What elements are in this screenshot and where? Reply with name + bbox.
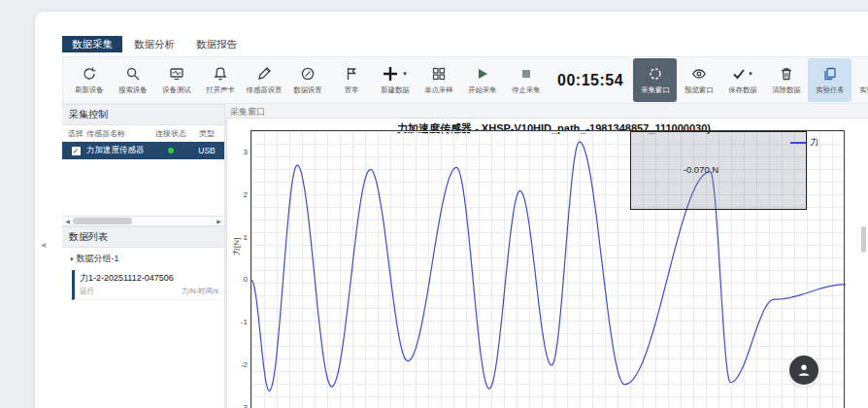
toolbar-item-label: 刷新设备: [75, 85, 103, 94]
legend-label: 力: [810, 136, 818, 149]
experiment-template-button[interactable]: 实验模板: [851, 58, 868, 102]
y-axis-ticks: 3210-1-2-3: [230, 131, 248, 408]
user-icon: [795, 361, 813, 379]
scroll-left-icon[interactable]: ◀: [62, 218, 73, 224]
refresh-device-button[interactable]: 刷新设备: [67, 58, 111, 102]
zero-button[interactable]: 置零: [329, 58, 373, 102]
sidebar: 采集控制 选择 传感器名称 连接状态 类型 ✓ 力加速度传感器 USB ◀ ▶ …: [62, 104, 225, 408]
tab-data-collect[interactable]: 数据采集: [62, 36, 122, 52]
tab-data-report[interactable]: 数据报告: [186, 36, 247, 52]
y-tick-label: -2: [241, 360, 248, 369]
point-sample-button[interactable]: 单点采样: [417, 58, 460, 102]
stop-collect-button[interactable]: 停止采集: [504, 58, 548, 102]
data-item-title: 力1-2-20251112-047506: [80, 272, 218, 285]
sensor-checkbox[interactable]: ✓: [72, 147, 81, 155]
collect-window-button[interactable]: 采集窗口: [633, 58, 677, 102]
main-area: 采集窗口 力加速度传感器 - XHSP-V10HID_path_-1981348…: [225, 104, 868, 408]
content-area: 采集控制 选择 传感器名称 连接状态 类型 ✓ 力加速度传感器 USB ◀ ▶ …: [62, 104, 868, 408]
save-data-button[interactable]: ▼ 保存数据: [720, 58, 764, 102]
tree-group-label: 数据分组-1: [77, 254, 119, 263]
stop-icon: [518, 65, 534, 83]
data-list-header: 数据列表: [62, 226, 224, 248]
collect-timer: 00:15:54: [557, 72, 623, 89]
play-icon: [475, 65, 490, 83]
monitor-icon: [169, 65, 184, 83]
toolbar-item-label: 置零: [344, 85, 358, 94]
toolbar-item-label: 清除数据: [772, 85, 800, 94]
chevron-down-icon: ▼: [748, 71, 753, 77]
new-data-button[interactable]: ▼ 新建数据: [373, 58, 417, 102]
search-icon: [125, 65, 141, 83]
plot-area[interactable]: 3210-1-2-3 力[N] -0.070 N 力: [250, 130, 845, 408]
status-dot: [168, 148, 174, 153]
toolbar-item-label: 打开声卡: [206, 85, 234, 94]
toolbar-item-label: 预览窗口: [684, 85, 713, 94]
sidebar-collapse-arrow-icon[interactable]: ◂: [41, 239, 46, 250]
measurement-annotation: -0.070 N: [684, 164, 718, 175]
preview-window-button[interactable]: 预览窗口: [677, 58, 720, 102]
toolbar: 刷新设备 搜索设备 设备测试 打开声卡 传感器设置: [62, 56, 868, 104]
start-collect-button[interactable]: 开始采集: [460, 58, 504, 102]
chevron-down-icon: ▼: [402, 71, 408, 77]
grid-icon: [431, 65, 447, 83]
vertical-scrollbar-thumb[interactable]: [861, 226, 866, 253]
chart-legend: 力: [790, 136, 818, 149]
toolbar-item-label: 开始采集: [468, 85, 496, 94]
y-tick-label: 2: [244, 190, 248, 199]
tab-data-analysis[interactable]: 数据分析: [124, 36, 184, 52]
refresh-icon: [82, 65, 97, 83]
y-tick-label: -1: [241, 318, 248, 326]
experiment-task-button[interactable]: 实验任务: [808, 58, 851, 102]
edit-circle-icon: [300, 65, 316, 83]
data-tree: ▾数据分组-1 力1-2-20251112-047506 运行 力/N-时间/s: [62, 248, 224, 408]
sensor-settings-button[interactable]: 传感器设置: [242, 58, 285, 102]
scroll-track: [73, 218, 214, 224]
toolbar-item-label: 采集窗口: [641, 85, 669, 94]
plus-icon: ▼: [382, 65, 408, 83]
y-tick-label: 3: [244, 148, 248, 156]
flag-icon: [344, 65, 359, 83]
bell-icon: [213, 65, 228, 83]
toolbar-item-label: 单点采样: [424, 85, 452, 94]
sensor-type: USB: [193, 146, 220, 155]
data-item-meta: 力/N-时间/s: [182, 287, 218, 296]
toolbar-item-label: 停止采集: [512, 85, 540, 94]
spinner-circle-icon: [648, 65, 663, 83]
sensor-list-empty: [62, 159, 224, 216]
caret-down-icon: ▾: [70, 255, 74, 262]
open-sound-button[interactable]: 打开声卡: [198, 58, 242, 102]
trash-icon: [779, 65, 794, 83]
data-settings-button[interactable]: 数据设置: [285, 58, 329, 102]
toolbar-item-label: 保存数据: [728, 85, 756, 94]
legend-line-swatch: [790, 142, 806, 144]
main-tabs: 数据采集 数据分析 数据报告: [62, 36, 247, 52]
col-select: 选择: [65, 128, 86, 139]
collect-control-header: 采集控制: [62, 104, 224, 125]
eye-icon: [691, 65, 707, 83]
pencil-icon: [256, 65, 272, 83]
toolbar-item-label: 搜索设备: [118, 85, 147, 94]
sensor-name: 力加速度传感器: [86, 145, 149, 156]
app-window: 数据采集 数据分析 数据报告 刷新设备 搜索设备 设备测试: [35, 12, 868, 408]
data-item-row[interactable]: 力1-2-20251112-047506 运行 力/N-时间/s: [72, 270, 222, 300]
clear-data-button[interactable]: 清除数据: [764, 58, 808, 102]
search-device-button[interactable]: 搜索设备: [111, 58, 154, 102]
y-axis-label: 力[N]: [231, 238, 242, 255]
sensor-row[interactable]: ✓ 力加速度传感器 USB: [62, 142, 224, 159]
y-tick-label: 0: [244, 275, 248, 284]
data-item-status: 运行: [80, 287, 94, 296]
y-tick-label: 1: [244, 233, 248, 242]
toolbar-item-label: 传感器设置: [246, 85, 282, 94]
scroll-right-icon[interactable]: ▶: [214, 218, 224, 224]
assistant-floating-button[interactable]: [789, 356, 818, 385]
device-test-button[interactable]: 设备测试: [154, 58, 198, 102]
col-type: 类型: [193, 128, 220, 139]
toolbar-item-label: 实验模板: [859, 85, 868, 94]
horizontal-scrollbar[interactable]: ◀ ▶: [62, 216, 224, 226]
toolbar-item-label: 新建数据: [381, 85, 409, 94]
selection-rectangle[interactable]: -0.070 N: [630, 131, 807, 210]
toolbar-item-label: 实验任务: [816, 85, 844, 94]
tree-group-row[interactable]: ▾数据分组-1: [62, 248, 224, 269]
col-sensor-name: 传感器名称: [86, 128, 149, 139]
scroll-thumb[interactable]: [73, 218, 132, 224]
